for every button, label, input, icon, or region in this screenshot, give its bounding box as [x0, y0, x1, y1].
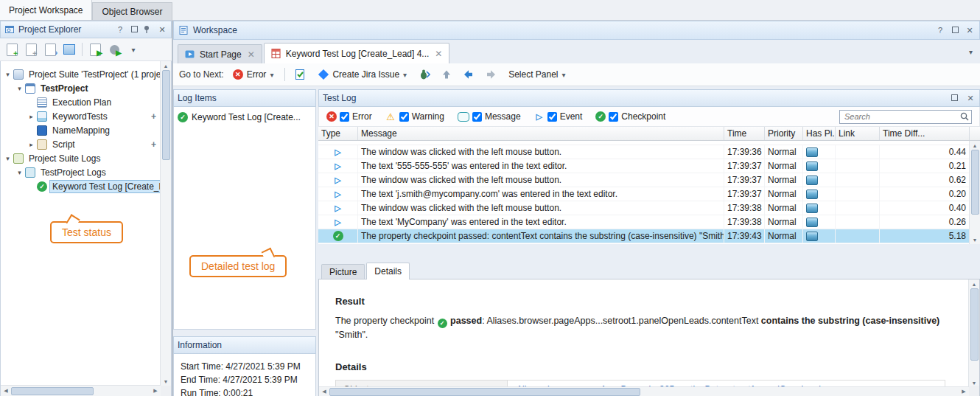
scroll-up-icon[interactable]: ▲: [161, 61, 171, 70]
tab-details[interactable]: Details: [366, 263, 410, 279]
scroll-left-icon[interactable]: ◀: [319, 387, 329, 396]
select-panel-button[interactable]: Select Panel ▾: [504, 68, 570, 81]
column-header[interactable]: Message: [358, 127, 724, 140]
filter-checkbox-error[interactable]: [340, 112, 349, 122]
scrollbar-thumb[interactable]: [971, 150, 979, 215]
log-row[interactable]: The window was clicked with the left mou…: [318, 201, 970, 215]
details-horizontal-scrollbar[interactable]: ◀ ▶: [319, 386, 969, 396]
jump-to-test-button[interactable]: [416, 66, 433, 83]
tree-item[interactable]: ▾TestProject: [1, 81, 161, 95]
search-icon[interactable]: [959, 111, 970, 122]
filter-checkbox-message[interactable]: [472, 112, 482, 122]
picture-icon[interactable]: [806, 190, 818, 199]
scrollbar-thumb[interactable]: [329, 388, 640, 396]
add-existing-file-button[interactable]: ›: [41, 41, 59, 58]
add-new-item-button[interactable]: ＋: [3, 41, 21, 58]
tree-item[interactable]: NameMapping: [1, 123, 161, 137]
collapse-icon[interactable]: ▾: [15, 169, 24, 176]
expand-icon[interactable]: ▸: [27, 141, 36, 148]
tab-picture[interactable]: Picture: [321, 264, 365, 279]
picture-icon[interactable]: [806, 147, 818, 157]
expand-icon[interactable]: ▸: [27, 113, 36, 120]
scrollbar-thumb[interactable]: [970, 288, 979, 361]
scroll-down-icon[interactable]: ▼: [161, 377, 171, 386]
log-row[interactable]: The text 'MyCompany' was entered in the …: [318, 215, 970, 229]
tab-start-page[interactable]: Start Page ✕: [178, 44, 262, 63]
picture-icon[interactable]: [806, 232, 818, 241]
log-row[interactable]: The property checkpoint passed: contentT…: [318, 229, 970, 243]
column-header[interactable]: Time Diff...: [880, 127, 970, 140]
message-cell: The text '555-555-555' was entered in th…: [358, 159, 724, 173]
filter-checkbox-warning[interactable]: [399, 112, 409, 122]
tree-item[interactable]: Keyword Test Log [Create_Lead: [1, 179, 161, 193]
filter-checkbox-event[interactable]: [547, 112, 557, 122]
picture-icon[interactable]: [806, 161, 818, 171]
tree-item[interactable]: ▾Project Suite 'TestProject' (1 project): [1, 67, 161, 81]
column-header[interactable]: Type: [318, 127, 358, 140]
search-input[interactable]: [839, 110, 972, 124]
move-up-button[interactable]: [438, 66, 455, 83]
details-vertical-scrollbar[interactable]: ▲ ▼: [968, 279, 979, 387]
forward-button[interactable]: [482, 66, 500, 83]
picture-icon[interactable]: [806, 218, 818, 227]
tree-item[interactable]: ▾TestProject Logs: [1, 165, 161, 179]
scrollbar-thumb[interactable]: [11, 387, 94, 395]
scroll-right-icon[interactable]: ▶: [959, 387, 969, 396]
close-icon[interactable]: ✕: [248, 49, 255, 60]
picture-icon[interactable]: [806, 176, 818, 185]
log-row[interactable]: The window was clicked with the left mou…: [318, 173, 970, 187]
close-icon[interactable]: ✕: [157, 25, 167, 35]
tab-project-workspace[interactable]: Project Workspace: [0, 0, 92, 20]
back-button[interactable]: [460, 66, 477, 83]
pin-icon[interactable]: [143, 25, 153, 34]
run-project-button[interactable]: ▶: [105, 41, 123, 58]
picture-icon[interactable]: [806, 204, 818, 213]
scroll-up-icon[interactable]: ▲: [969, 279, 979, 288]
organize-items-button[interactable]: [60, 41, 78, 58]
table-vertical-scrollbar[interactable]: ▲ ▼: [969, 141, 980, 244]
tab-object-browser[interactable]: Object Browser: [92, 2, 172, 20]
scroll-left-icon[interactable]: ◀: [1, 386, 11, 395]
tree-item[interactable]: ▸KeywordTests+: [1, 109, 161, 123]
help-icon[interactable]: ?: [935, 26, 945, 35]
collapse-icon[interactable]: ▾: [3, 71, 13, 78]
tab-list-dropdown-icon[interactable]: ▾: [963, 48, 979, 56]
toolbar-more-dropdown[interactable]: ▾: [125, 41, 142, 58]
priority-cell: Normal: [765, 173, 803, 187]
column-header[interactable]: Has Pi...: [803, 127, 836, 140]
tree-vertical-scrollbar[interactable]: ▲ ▼: [160, 61, 171, 386]
log-row[interactable]: The text '555-555-555' was entered in th…: [318, 159, 970, 173]
tree-item[interactable]: ▸Script+: [1, 137, 161, 151]
run-test-button[interactable]: ▶: [86, 41, 104, 58]
maximize-icon[interactable]: [129, 25, 139, 34]
maximize-icon[interactable]: [949, 94, 959, 103]
close-icon[interactable]: ✕: [965, 94, 976, 103]
maximize-icon[interactable]: [950, 26, 960, 35]
filter-checkbox-checkpoint[interactable]: [609, 112, 618, 122]
add-new-file-button[interactable]: ＋: [22, 41, 40, 58]
tree-horizontal-scrollbar[interactable]: ◀ ▶: [1, 385, 161, 396]
detail-tabs: Picture Details: [318, 263, 980, 279]
tree-item[interactable]: ▾Project Suite Logs: [1, 151, 161, 165]
scroll-down-icon[interactable]: ▼: [970, 235, 980, 244]
go-to-next-error-button[interactable]: Error ▾: [228, 68, 279, 81]
post-issue-button[interactable]: [292, 66, 309, 83]
close-icon[interactable]: ✕: [435, 49, 442, 59]
scrollbar-thumb[interactable]: [162, 70, 170, 160]
log-item[interactable]: Keyword Test Log [Create...: [174, 111, 315, 124]
tab-keyword-test-log[interactable]: Keyword Test Log [Create_Lead] 4... ✕: [264, 43, 450, 63]
log-row[interactable]: The text 'j.smith@mycompany.com' was ent…: [318, 187, 970, 201]
scroll-up-icon[interactable]: ▲: [970, 141, 980, 150]
column-header[interactable]: Time: [724, 127, 765, 140]
collapse-icon[interactable]: ▾: [3, 155, 13, 162]
tree-item[interactable]: Execution Plan: [1, 95, 161, 109]
filter-message: Message: [458, 111, 521, 122]
close-icon[interactable]: ✕: [965, 26, 975, 35]
help-icon[interactable]: ?: [115, 25, 125, 34]
create-jira-issue-button[interactable]: Create Jira Issue ▾: [314, 68, 411, 81]
column-header[interactable]: Priority: [765, 127, 803, 140]
column-header[interactable]: Link: [836, 127, 880, 140]
collapse-icon[interactable]: ▾: [15, 85, 24, 92]
scroll-right-icon[interactable]: ▶: [150, 386, 161, 395]
log-row[interactable]: The window was clicked with the left mou…: [318, 145, 970, 159]
